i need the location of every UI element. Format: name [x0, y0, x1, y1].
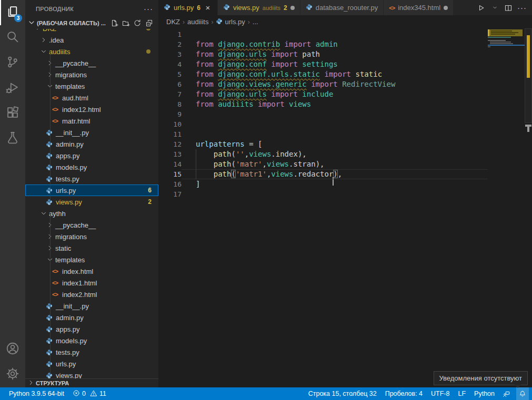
tree-item-admin-py[interactable]: admin.py: [25, 312, 158, 323]
html-file-icon: <>: [389, 4, 395, 12]
tree-item--init-py[interactable]: __init__.py: [25, 300, 158, 312]
tree-item-label: models.py: [56, 163, 87, 171]
tree-item--idea[interactable]: .idea: [25, 34, 158, 46]
breadcrumb-separator: ›: [248, 18, 250, 26]
statusbar-interpreter[interactable]: Python 3.9.5 64-bit: [6, 387, 67, 400]
outline-section-header[interactable]: СТРУКТУРА: [25, 378, 158, 387]
line-number: 5: [158, 69, 182, 79]
tree-item-tests-py[interactable]: tests.py: [25, 173, 158, 184]
tree-item-label: tests.py: [56, 175, 79, 183]
tree-item-label: __pycache__: [55, 59, 96, 67]
tree-item-dkz[interactable]: DKZ: [25, 29, 158, 34]
tree-item-audiiits[interactable]: audiiits: [25, 46, 158, 57]
tree-item-label: admin.py: [56, 140, 84, 148]
tree-item-label: .idea: [49, 36, 64, 44]
tree-item-index-html[interactable]: <>index.html: [25, 265, 158, 277]
refresh-icon[interactable]: [132, 18, 143, 28]
editor-more-actions[interactable]: ···: [516, 2, 528, 14]
tree-item-label: matr.html: [62, 117, 90, 125]
tree-item--pycache-[interactable]: __pycache__: [25, 57, 158, 69]
feedback-icon[interactable]: [500, 387, 513, 400]
tree-item-index2-html[interactable]: <>index2.html: [25, 289, 158, 300]
tree-item-views-py[interactable]: views.py: [25, 370, 158, 378]
tree-item-label: models.py: [56, 337, 87, 345]
statusbar-language[interactable]: Python: [471, 387, 497, 400]
activitybar-explorer[interactable]: 3: [0, 0, 25, 25]
tree-item-tests-py[interactable]: tests.py: [25, 346, 158, 358]
chevron-down-icon: [39, 48, 48, 55]
tree-item-models-py[interactable]: models.py: [25, 161, 158, 173]
statusbar-encoding[interactable]: UTF-8: [428, 387, 452, 400]
tab-index345-html[interactable]: <>index345.html: [384, 0, 454, 15]
tree-item-label: audiiits: [49, 48, 70, 56]
run-dropdown[interactable]: [489, 2, 500, 14]
tree-item-templates[interactable]: templates: [25, 80, 158, 92]
tree-item-static[interactable]: static: [25, 242, 158, 254]
breadcrumb-item[interactable]: audiiits: [187, 18, 208, 26]
tree-item-models-py[interactable]: models.py: [25, 335, 158, 346]
code-editor[interactable]: 12from django.contrib import admin3from …: [158, 28, 532, 387]
activitybar-extensions[interactable]: [0, 101, 25, 126]
activitybar-accounts[interactable]: [0, 337, 25, 362]
python-file-icon: [164, 4, 170, 12]
tree-item-index1-html[interactable]: <>index1.html: [25, 277, 158, 289]
code-text: [182, 29, 196, 39]
tree-item-urls-py[interactable]: urls.py: [25, 358, 158, 370]
statusbar-eol[interactable]: LF: [455, 387, 468, 400]
activitybar-run-and-debug[interactable]: [0, 76, 25, 101]
activitybar-testing[interactable]: [0, 126, 25, 151]
more-actions-icon[interactable]: ···: [144, 4, 153, 13]
code-text: [182, 119, 196, 129]
tree-item-apps-py[interactable]: apps.py: [25, 150, 158, 161]
chevron-right-icon: [27, 379, 35, 387]
new-file-icon[interactable]: [109, 18, 119, 28]
error-count: 0: [82, 390, 86, 397]
notifications-bell-icon[interactable]: [516, 387, 529, 400]
tab-urls-py[interactable]: urls.py6×: [158, 0, 218, 15]
tab-description: audiiits: [263, 5, 280, 11]
tree-item--init-py[interactable]: __init__.py: [25, 127, 158, 138]
warning-icon: [90, 389, 97, 398]
activitybar-search[interactable]: [0, 25, 25, 50]
html-file-icon: <>: [52, 95, 61, 101]
tree-item-index12-html[interactable]: <>index12.html: [25, 104, 158, 115]
statusbar-cursor-position[interactable]: Строка 15, столбец 32: [306, 387, 379, 400]
tab-views-py[interactable]: views.pyaudiiits2: [218, 0, 300, 15]
new-folder-icon[interactable]: [121, 18, 131, 28]
activitybar-settings[interactable]: [0, 362, 25, 387]
statusbar-indentation[interactable]: Пробелов: 4: [383, 387, 425, 400]
workspace-section-header[interactable]: (РАБОЧАЯ ОБЛАСТЬ) ...: [25, 17, 158, 29]
close-icon[interactable]: ×: [204, 3, 212, 12]
tree-item-views-py[interactable]: views.py2: [25, 196, 158, 208]
run-button[interactable]: [475, 2, 487, 14]
tree-item-aud-html[interactable]: <>aud.html: [25, 92, 158, 104]
tree-item-apps-py[interactable]: apps.py: [25, 323, 158, 335]
breadcrumb-label: audiiits: [187, 18, 208, 26]
tree-item-migrations[interactable]: migrations: [25, 231, 158, 242]
code-text: from django.conf import settings: [182, 59, 338, 69]
breadcrumb-item[interactable]: DKZ: [166, 18, 180, 26]
tab-database-roouter-py[interactable]: database_roouter.py: [300, 0, 384, 15]
tree-item-aythh[interactable]: aythh: [25, 208, 158, 219]
tree-item-label: migrations: [55, 233, 87, 241]
statusbar-problems[interactable]: 011: [70, 387, 109, 400]
statusbar-right: Строка 15, столбец 32Пробелов: 4UTF-8LFP…: [306, 387, 529, 400]
scrollbar[interactable]: [525, 28, 532, 387]
tree-item-urls-py[interactable]: urls.py6: [25, 184, 158, 196]
tree-item-matr-html[interactable]: <>matr.html: [25, 115, 158, 127]
breadcrumb-item[interactable]: urls.py: [216, 18, 245, 26]
line-number: 13: [158, 149, 182, 159]
tree-item-templates[interactable]: templates: [25, 254, 158, 265]
activitybar-source-control[interactable]: [0, 50, 25, 76]
tree-item--pycache-[interactable]: __pycache__: [25, 219, 158, 231]
code-text: [182, 189, 196, 199]
split-editor-button[interactable]: [503, 2, 514, 14]
breadcrumb-item[interactable]: ...: [253, 18, 258, 26]
tab-problems-badge: 2: [284, 4, 287, 12]
minimap[interactable]: [488, 28, 525, 144]
code-line-11: 11: [158, 129, 532, 139]
collapse-all-icon[interactable]: [144, 18, 154, 28]
tree-item-migrations[interactable]: migrations: [25, 69, 158, 80]
code-text: [182, 109, 196, 119]
tree-item-admin-py[interactable]: admin.py: [25, 138, 158, 150]
